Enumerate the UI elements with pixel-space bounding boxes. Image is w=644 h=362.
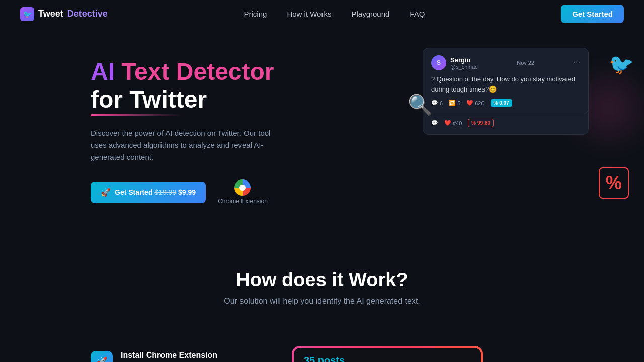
nav-faq[interactable]: FAQ xyxy=(410,10,425,18)
tweet-avatar-3: S xyxy=(431,55,446,70)
tweet-comments-3: 💬 6 xyxy=(431,100,443,106)
magnifier-icon: 🔍 xyxy=(408,93,433,117)
nav-get-started-button[interactable]: Get Started xyxy=(561,5,624,23)
step-1: 🚀 Install Chrome Extension As soon you w… xyxy=(91,351,262,362)
old-price: $19.99 xyxy=(154,188,176,196)
percent-decoration: % xyxy=(599,167,629,199)
steps-list: 🚀 Install Chrome Extension As soon you w… xyxy=(91,346,262,362)
tweet-retweets-3: 🔁 5 xyxy=(449,100,460,106)
how-title: How does it Work? xyxy=(20,269,624,291)
btn-text: Get Started $19.99 $9.99 xyxy=(115,188,196,196)
chrome-extension-badge: Chrome Extension xyxy=(218,179,268,205)
tweet-user-info-3: Sergiu @s_chiriac xyxy=(450,56,478,70)
hero-title-for-twitter: for Twitter xyxy=(91,85,282,113)
chrome-ext-label: Chrome Extension xyxy=(218,198,268,205)
hero-right: 🐦 🔍 S Sergiu @s_chiriac Dec 5 ··· How wa… xyxy=(423,48,624,209)
tweet-user-3: S Sergiu @s_chiriac xyxy=(431,55,478,70)
preview-card: 35 posts 49m n writing code for your sta… xyxy=(292,346,483,362)
hero-title-ai: AI xyxy=(91,58,121,85)
logo-detective: Detective xyxy=(67,9,108,19)
navbar: 🐦 TweetDetective Pricing How it Works Pl… xyxy=(0,0,644,28)
rocket-icon: 🚀 xyxy=(101,188,111,197)
ai-score-badge-3: % 0.07 xyxy=(491,99,512,107)
tweet-handle-3: @s_chiriac xyxy=(450,64,478,70)
step-1-icon: 🚀 xyxy=(91,351,113,362)
nav-how-it-works[interactable]: How it Works xyxy=(287,10,331,18)
hero-title-detector: Detector xyxy=(176,58,274,85)
nav-pricing[interactable]: Pricing xyxy=(244,10,267,18)
hero-section: AI Text Detector for Twitter Discover th… xyxy=(0,28,644,239)
hero-buttons: 🚀 Get Started $19.99 $9.99 Chrome Extens… xyxy=(91,179,282,205)
twitter-bird-icon: 🐦 xyxy=(609,53,634,76)
tweet-actions-3: 💬 6 🔁 5 ❤️ 620 % 0.07 xyxy=(431,99,580,107)
bottom-section: 🚀 Install Chrome Extension As soon you w… xyxy=(0,346,644,362)
tweet-card-3: S Sergiu @s_chiriac Nov 22 ··· ? Questio… xyxy=(423,48,589,114)
tweet-header-3: S Sergiu @s_chiriac Nov 22 ··· xyxy=(431,55,580,70)
tweet-actions-2: 💬 ❤️ #40 % 99.80 xyxy=(431,119,580,127)
nav-links: Pricing How it Works Playground FAQ xyxy=(244,10,425,18)
tweet-comments-2: 💬 xyxy=(431,120,438,126)
chrome-icon xyxy=(234,179,251,196)
step-1-content: Install Chrome Extension As soon you wil… xyxy=(121,351,262,362)
logo-tweet: Tweet xyxy=(38,9,63,19)
hero-get-started-button[interactable]: 🚀 Get Started $19.99 $9.99 xyxy=(91,182,206,203)
logo: 🐦 TweetDetective xyxy=(20,7,108,21)
ai-score-badge-2: % 99.80 xyxy=(468,119,494,127)
preview-posts-label: 35 posts xyxy=(294,348,481,362)
hero-left: AI Text Detector for Twitter Discover th… xyxy=(91,48,282,205)
preview-inner: 35 posts 49m n writing code for your sta… xyxy=(294,348,481,362)
tweet-text-3: ? Question of the day. How do you stay m… xyxy=(431,74,580,94)
tweet-dots-3[interactable]: ··· xyxy=(574,58,580,67)
how-section: How does it Work? Our solution will help… xyxy=(0,239,644,346)
logo-icon: 🐦 xyxy=(20,7,34,21)
how-subtitle: Our solution will help you identify the … xyxy=(20,297,624,306)
hero-title: AI Text Detector for Twitter xyxy=(91,58,282,113)
tweet-date-3: Nov 22 xyxy=(517,60,534,66)
tweet-likes-3: ❤️ 620 xyxy=(466,100,484,106)
nav-playground[interactable]: Playground xyxy=(351,10,389,18)
tweet-likes-2: ❤️ #40 xyxy=(444,120,462,126)
hero-description: Discover the power of AI detection on Tw… xyxy=(91,127,282,163)
step-1-title: Install Chrome Extension xyxy=(121,351,262,360)
tweet-name-3: Sergiu xyxy=(450,56,478,64)
hero-title-text: Text xyxy=(121,58,176,85)
